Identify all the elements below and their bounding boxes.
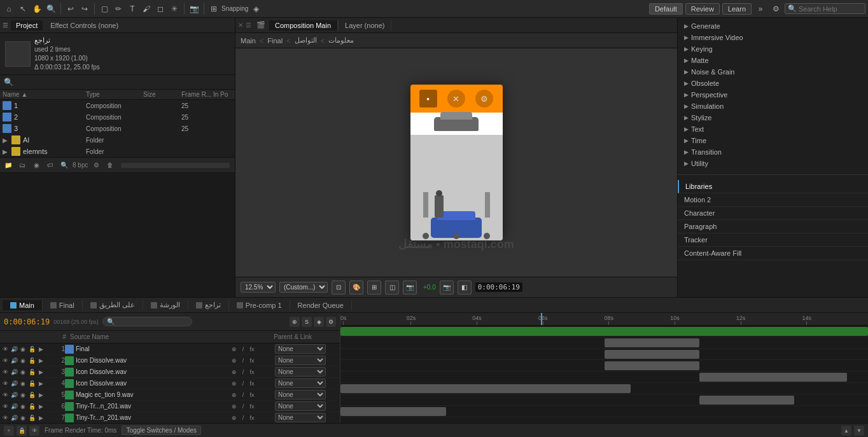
library-item[interactable]: Motion 2 (678, 193, 868, 207)
brush-icon[interactable]: 🖌 (140, 3, 153, 15)
av-lock-icon[interactable]: 🔓 (28, 345, 36, 353)
tab-composition-main[interactable]: Composition Main (269, 20, 338, 31)
av-solo-icon[interactable]: ◉ (19, 357, 27, 364)
hand-icon[interactable]: ✋ (31, 3, 43, 15)
parent-select[interactable]: None (275, 413, 326, 422)
tl-bar[interactable] (605, 361, 699, 370)
ctrl-fx-icon[interactable]: fx (248, 391, 256, 399)
tl-search-input[interactable] (102, 317, 192, 326)
effect-item[interactable]: ▶Stylize (678, 112, 868, 123)
effect-item[interactable]: ▶Keying (678, 43, 868, 55)
search-input[interactable] (799, 5, 862, 13)
expand-icon[interactable]: » (754, 3, 767, 15)
av-expand-icon[interactable]: ▶ (37, 380, 45, 387)
effect-item[interactable]: ▶Noise & Grain (678, 66, 868, 78)
ctrl-link-icon[interactable]: / (239, 403, 247, 410)
tl-row[interactable]: 👁 🔊 ◉ 🔓 ▶ 1 Final ⊕ / fx None (0, 343, 340, 355)
workspace-default-btn[interactable]: Default (649, 3, 683, 15)
col-name-header[interactable]: Name ▲ (3, 91, 86, 98)
effect-item[interactable]: ▶Generate (678, 20, 868, 32)
av-lock-icon[interactable]: 🔓 (28, 368, 36, 376)
ctrl-parent-icon[interactable]: ⊕ (230, 414, 238, 422)
av-solo-icon[interactable]: ◉ (19, 345, 27, 353)
timeline-tab-الورشة[interactable]: الورشة (143, 300, 188, 310)
tl-bar[interactable] (605, 350, 699, 359)
snapping-icon[interactable]: ⊞ (207, 3, 220, 15)
tl-eye-icon[interactable]: 👁 (29, 426, 39, 436)
file-row[interactable]: ▶ AI Folder (0, 134, 235, 146)
parent-select[interactable]: None (275, 356, 326, 365)
av-eye-icon[interactable]: 👁 (1, 368, 9, 376)
av-expand-icon[interactable]: ▶ (37, 368, 45, 376)
col-size-header[interactable]: Size (143, 91, 181, 98)
av-audio-icon[interactable]: 🔊 (10, 368, 18, 376)
zoom-select[interactable]: 12.5% 25% 50% 100% (241, 282, 276, 293)
av-lock-icon[interactable]: 🔓 (28, 380, 36, 387)
breadcrumb-main[interactable]: Main (241, 37, 256, 45)
viewer-canvas[interactable]: ▪ ✕ ⚙ (235, 48, 677, 277)
av-eye-icon[interactable]: 👁 (1, 380, 9, 387)
ctrl-parent-icon[interactable]: ⊕ (230, 380, 238, 387)
ctrl-fx-icon[interactable]: fx (248, 345, 256, 353)
parent-select[interactable]: None (275, 401, 326, 411)
tl-row[interactable]: 👁 🔊 ◉ 🔓 ▶ 5 Magic ec_tion 9.wav ⊕ / fx N… (0, 389, 340, 401)
av-expand-icon[interactable]: ▶ (37, 414, 45, 422)
parent-select[interactable]: None (275, 378, 326, 388)
select-icon[interactable]: ▢ (98, 3, 111, 15)
tab-layer-none[interactable]: Layer (none) (339, 20, 391, 31)
ctrl-parent-icon[interactable]: ⊕ (230, 403, 238, 410)
av-lock-icon[interactable]: 🔓 (28, 403, 36, 410)
tl-nav-up[interactable]: ▲ (841, 426, 851, 436)
tl-nav-down[interactable]: ▼ (854, 426, 864, 436)
snapshot-btn[interactable]: 📷 (440, 281, 454, 295)
av-solo-icon[interactable]: ◉ (19, 380, 27, 387)
effect-item[interactable]: ▶Transition (678, 146, 868, 158)
av-solo-icon[interactable]: ◉ (19, 368, 27, 376)
tl-comp-icon[interactable]: ◈ (314, 317, 324, 327)
tl-settings-icon[interactable]: ⚙ (326, 317, 336, 327)
tab-effect-controls[interactable]: Effect Controls (none) (45, 20, 123, 31)
breadcrumb-3[interactable]: التواصل (295, 36, 317, 45)
av-solo-icon[interactable]: ◉ (19, 414, 27, 422)
text-tool-icon[interactable]: T (126, 3, 139, 15)
mask-btn[interactable]: ◫ (385, 281, 399, 295)
tl-bar[interactable] (340, 384, 631, 393)
ctrl-fx-icon[interactable]: fx (248, 368, 256, 376)
home-icon[interactable]: ⌂ (3, 3, 15, 15)
toggle-switches-btn[interactable]: Toggle Switches / Modes (122, 426, 201, 435)
timeline-tab-render-queue[interactable]: Render Queue (290, 300, 352, 310)
new-comp-icon[interactable]: 📁 (3, 160, 14, 171)
tl-bar[interactable] (699, 396, 794, 405)
undo-icon[interactable]: ↩ (64, 3, 77, 15)
eraser-icon[interactable]: ◻ (154, 3, 167, 15)
ctrl-fx-icon[interactable]: fx (248, 414, 256, 422)
find-icon[interactable]: 🔍 (59, 160, 70, 171)
workspace-review-btn[interactable]: Review (685, 3, 720, 15)
workspace-learn-btn[interactable]: Learn (722, 3, 752, 15)
ctrl-link-icon[interactable]: / (239, 380, 247, 387)
library-item[interactable]: Tracker (678, 233, 868, 247)
tl-add-icon[interactable]: + (4, 426, 14, 436)
grid-btn[interactable]: ⊞ (367, 281, 381, 295)
comp-panel-menu[interactable]: ☰ (246, 22, 251, 29)
parent-select[interactable]: None (275, 344, 326, 354)
ctrl-parent-icon[interactable]: ⊕ (230, 391, 238, 399)
tab-project[interactable]: Project (11, 20, 43, 31)
av-expand-icon[interactable]: ▶ (37, 403, 45, 410)
av-audio-icon[interactable]: 🔊 (10, 403, 18, 410)
av-eye-icon[interactable]: 👁 (1, 414, 9, 422)
file-row[interactable]: 3 Composition 25 (0, 123, 235, 134)
settings-bottom-icon[interactable]: ⚙ (90, 160, 102, 171)
col-inpo-header[interactable]: In Po (213, 91, 232, 98)
av-eye-icon[interactable]: 👁 (1, 357, 9, 364)
effect-item[interactable]: ▶Simulation (678, 101, 868, 112)
timeline-tab-main[interactable]: Main (3, 300, 43, 310)
av-eye-icon[interactable]: 👁 (1, 403, 9, 410)
motion-blur-icon[interactable]: ◈ (249, 3, 262, 15)
comp-tab-close[interactable]: ✕ (238, 22, 243, 29)
tl-bar[interactable] (605, 338, 699, 347)
settings-icon[interactable]: ⚙ (769, 3, 782, 15)
tl-row[interactable]: 👁 🔊 ◉ 🔓 ▶ 7 Tiny-Tr...n_201.wav ⊕ / fx N… (0, 412, 340, 423)
breadcrumb-4[interactable]: معلومات (328, 36, 354, 45)
tl-bar[interactable] (340, 327, 868, 336)
